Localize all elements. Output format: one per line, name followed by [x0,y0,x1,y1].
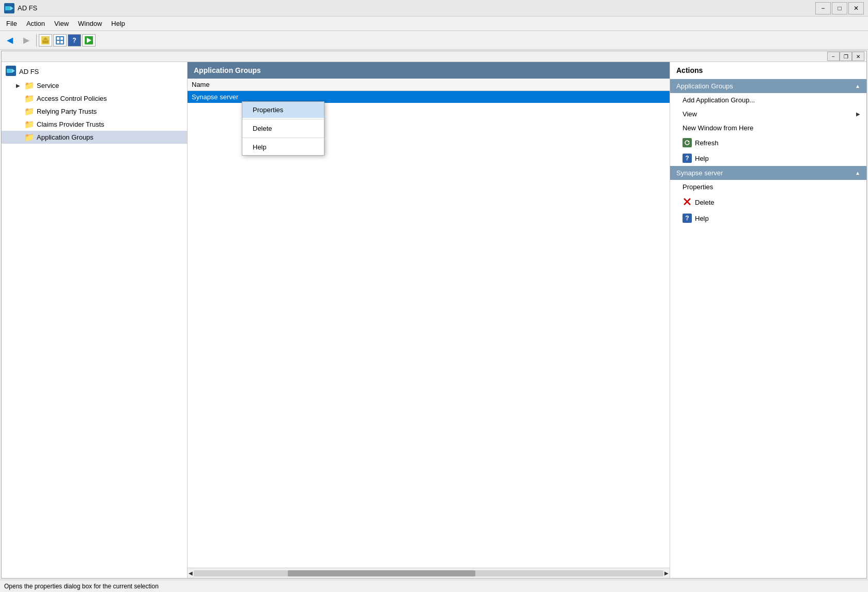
refresh-label: Refresh [695,139,719,147]
synapse-label: Synapse server [192,93,238,101]
close-button[interactable]: ✕ [848,2,864,14]
menu-bar: File Action View Window Help [0,17,868,31]
toolbar: ◀ ▶ ? [0,31,868,50]
inner-window-controls: − ❐ ✕ [2,51,866,62]
synapse-section-label: Synapse server [676,169,723,177]
menu-file[interactable]: File [2,18,21,29]
action-view[interactable]: View ▶ [670,107,866,121]
horizontal-scrollbar[interactable]: ◀ ▶ [188,568,670,578]
tree-item-app-groups[interactable]: 📁 Application Groups [2,131,187,144]
back-button[interactable]: ◀ [2,33,18,48]
inner-minimize-button[interactable]: − [827,52,840,61]
svg-rect-7 [57,37,59,40]
toolbar-up-icon[interactable] [39,34,52,47]
scroll-track[interactable] [194,570,663,576]
action-refresh[interactable]: Refresh [670,135,866,150]
context-menu-help[interactable]: Help [242,139,324,155]
actions-section-synapse[interactable]: Synapse server ▲ [670,166,866,180]
help-icon-synapse: ? [683,214,692,223]
access-control-folder-icon: 📁 [24,94,35,103]
status-bar: Opens the properties dialog box for the … [0,580,868,592]
middle-panel: Application Groups Name Synapse server P… [188,62,670,578]
tree-item-access-control[interactable]: 📁 Access Control Policies [2,92,187,105]
actions-section-app-groups[interactable]: Application Groups ▲ [670,79,866,93]
add-app-group-label: Add Application Group... [683,96,755,104]
context-menu-sep1 [242,119,324,119]
toolbar-play-icon[interactable] [82,34,96,47]
delete-label-synapse: Delete [695,199,715,206]
middle-content: Name Synapse server Properties Delete He… [188,79,670,568]
help-label-appgroups: Help [695,155,709,162]
app-groups-collapse-arrow: ▲ [855,83,860,89]
actions-header: Actions [670,62,866,79]
action-properties-synapse[interactable]: Properties [670,180,866,194]
svg-rect-4 [42,40,49,43]
view-submenu-arrow: ▶ [856,111,860,117]
toolbar-separator-1 [36,34,37,47]
tree-item-claims-provider[interactable]: 📁 Claims Provider Trusts [2,118,187,131]
action-help-appgroups[interactable]: ? Help [670,150,866,166]
app-groups-label: Application Groups [37,133,94,141]
context-menu: Properties Delete Help [242,101,324,156]
scroll-thumb[interactable] [288,570,476,576]
adfs-icon [6,66,16,78]
claims-provider-expand-spacer [14,122,22,127]
action-delete-synapse[interactable]: Delete [670,194,866,210]
menu-view[interactable]: View [50,18,73,29]
service-label: Service [37,82,59,89]
toolbar-help-icon[interactable]: ? [68,34,81,47]
adfs-label: AD FS [19,68,39,75]
view-label: View [683,110,697,118]
forward-button[interactable]: ▶ [19,33,34,48]
service-expand-icon[interactable]: ▶ [14,83,22,88]
main-layout: AD FS ▶ 📁 Service 📁 Access Control Polic… [2,62,866,578]
action-new-window[interactable]: New Window from Here [670,121,866,135]
middle-panel-header: Application Groups [188,62,670,79]
actions-panel: Actions Application Groups ▲ Add Applica… [670,62,866,578]
refresh-icon [683,138,692,147]
help-icon-appgroups: ? [683,154,692,163]
app-groups-folder-icon: 📁 [24,132,35,142]
app-icon [4,3,14,13]
status-text: Opens the properties dialog box for the … [4,583,159,590]
tree-panel: AD FS ▶ 📁 Service 📁 Access Control Polic… [2,62,188,578]
properties-label-synapse: Properties [683,183,713,191]
app-groups-section-label: Application Groups [676,82,733,90]
menu-window[interactable]: Window [74,18,106,29]
new-window-label: New Window from Here [683,124,753,132]
svg-rect-14 [7,69,12,73]
menu-action[interactable]: Action [22,18,49,29]
tree-item-service[interactable]: ▶ 📁 Service [2,79,187,92]
tree-item-relying-party[interactable]: 📁 Relying Party Trusts [2,105,187,118]
synapse-collapse-arrow: ▲ [855,170,860,176]
scroll-right-arrow[interactable]: ▶ [664,570,669,576]
claims-provider-folder-icon: 📁 [24,119,35,129]
delete-icon [683,197,692,207]
relying-party-label: Relying Party Trusts [37,108,97,115]
title-bar: AD FS − □ ✕ [0,0,868,17]
menu-help[interactable]: Help [107,18,129,29]
svg-rect-9 [57,41,59,43]
relying-party-folder-icon: 📁 [24,107,35,116]
window-title: AD FS [18,4,37,12]
access-control-label: Access Control Policies [37,95,107,102]
toolbar-grid-icon[interactable] [53,34,67,47]
context-menu-properties[interactable]: Properties [242,102,324,118]
svg-rect-10 [60,41,63,43]
context-menu-delete[interactable]: Delete [242,120,324,136]
action-add-app-group[interactable]: Add Application Group... [670,93,866,107]
minimize-button[interactable]: − [815,2,831,14]
tree-item-adfs[interactable]: AD FS [2,64,187,79]
inner-restore-button[interactable]: ❐ [840,52,852,61]
inner-close-button[interactable]: ✕ [852,52,864,61]
service-folder-icon: 📁 [24,81,35,90]
relying-party-expand-spacer [14,109,22,114]
svg-rect-8 [60,37,63,40]
maximize-button[interactable]: □ [832,2,847,14]
app-groups-expand-spacer [14,134,22,140]
claims-provider-label: Claims Provider Trusts [37,120,104,128]
access-control-expand-spacer [14,96,22,101]
action-help-synapse[interactable]: ? Help [670,210,866,226]
name-column-header: Name [188,79,670,91]
scroll-left-arrow[interactable]: ◀ [189,570,193,576]
